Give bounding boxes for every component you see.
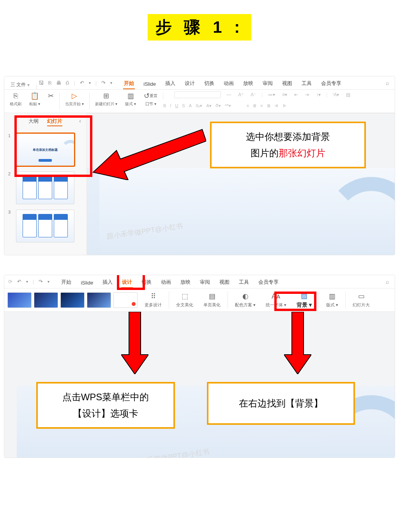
background-button[interactable]: ▨ 背景 ▾ [293, 292, 315, 309]
paste-button[interactable]: 📋 粘贴 ▾ [27, 91, 42, 107]
align-justify-icon[interactable]: ≣ [267, 103, 270, 108]
print-icon[interactable]: 🖶 [56, 80, 61, 86]
format-painter-button[interactable]: ⎘ 格式刷 [7, 91, 24, 107]
undo-chev-icon[interactable]: ▾ [26, 279, 28, 284]
tab-islide[interactable]: iSlide [76, 277, 98, 288]
indent-left-icon[interactable]: ⇤ [293, 91, 300, 98]
tab-view[interactable]: 视图 [277, 78, 297, 89]
callout-find-background: 在右边找到【背景】 [207, 382, 355, 425]
highlight-icon[interactable]: X₂▾ [196, 103, 202, 108]
font-size-select[interactable]: — [225, 91, 233, 98]
template-thumb[interactable] [87, 292, 111, 308]
screenshot-panel-2: ⟳ ↶ ▾ | ↷ ▾ 开始 iSlide 插入 设计 切换 动画 放映 审阅 … [4, 275, 395, 458]
redo-icon[interactable]: ↷ [101, 80, 106, 86]
undo-icon[interactable]: ↶ [17, 279, 21, 285]
bullet-list-icon[interactable]: ≔▾ [267, 91, 277, 98]
tab-review[interactable]: 审阅 [195, 276, 215, 288]
tab-slideshow[interactable]: 放映 [238, 78, 258, 89]
cut-button[interactable]: ✂ [46, 91, 56, 106]
align-text-icon[interactable]: ▤ [344, 91, 352, 98]
tab-member[interactable]: 会员专享 [316, 78, 346, 89]
menubar: 三 文件 ▾ | 🖫 ⎘ 🖶 ⎙ | ↶ ▾ | ↷ ▾ 开始 iSlide 插… [4, 76, 395, 90]
align-right-icon[interactable]: ≡ [260, 103, 263, 108]
aicon[interactable]: ⥀▾ [215, 103, 221, 108]
tab-transition[interactable]: 切换 [200, 78, 219, 89]
layout-button[interactable]: ▥ 版式 ▾ [123, 91, 138, 107]
tab-view[interactable]: 视图 [215, 276, 234, 288]
callout-click-design: 点击WPS菜单栏中的 【设计】选项卡 [36, 382, 175, 429]
redo-icon[interactable]: ↷ [39, 279, 43, 285]
layout-icon: ▥ [127, 91, 134, 101]
align-left-icon[interactable]: ≡ [247, 103, 249, 108]
beautify-page-button[interactable]: ▤ 单页美化 [200, 292, 224, 308]
redo-chevron-icon[interactable]: ▾ [110, 81, 112, 85]
tab-slideshow[interactable]: 放映 [176, 276, 195, 288]
collapse-panel-icon[interactable]: ‹ [79, 118, 81, 124]
undo-icon[interactable]: ↶ [80, 80, 84, 86]
align-center-icon[interactable]: ≣ [253, 103, 256, 108]
search-icon[interactable]: ⌕ [386, 278, 389, 285]
italic-icon[interactable]: I [170, 103, 171, 108]
template-thumb[interactable] [34, 292, 58, 308]
unify-font-button[interactable]: Aᴀ 统一字体 ▾ [263, 292, 290, 308]
preview-icon[interactable]: ⎙ [66, 80, 69, 86]
clearfmt-icon[interactable]: A▾ [206, 103, 211, 108]
strike-icon[interactable]: S [182, 103, 185, 108]
decrease-font-icon[interactable]: A⁻ [249, 91, 258, 98]
line-spacing-icon[interactable]: ↕▾ [314, 91, 322, 98]
slide-thumbnail-1[interactable]: 单击添加文档标题 [16, 133, 74, 166]
color-scheme-button[interactable]: ◐ 配色方案 ▾ [232, 292, 259, 308]
outline-tab[interactable]: 大纲 [28, 118, 39, 126]
tab-design[interactable]: 设计 [117, 276, 137, 288]
font-select[interactable] [174, 91, 221, 98]
redo-chev-icon[interactable]: ▾ [48, 279, 49, 284]
tab-animation[interactable]: 动画 [156, 276, 176, 288]
more-designs-button[interactable]: ⠿ 更多设计 [141, 292, 165, 308]
slide-thumbnail-2[interactable] [16, 171, 74, 204]
play-icon: ▷ [72, 91, 77, 101]
new-slide-icon: ⊞ [103, 91, 109, 101]
tab-review[interactable]: 审阅 [258, 78, 277, 89]
ribbon-second-row: B I U S A X₂▾ A▾ ⥀▾ ᴬᴮ▾ ≡ ≣ ≡ ≣ ⫷ ⫸ [159, 100, 392, 111]
tab-insert[interactable]: 插入 [98, 276, 117, 288]
columns-icon[interactable]: ⫷ [274, 103, 279, 108]
tab-start[interactable]: 开始 [119, 78, 139, 89]
indent-right-icon[interactable]: ⇥ [304, 91, 311, 98]
template-thumb[interactable] [113, 292, 138, 308]
text-direction-icon[interactable]: ᴵA▾ [331, 91, 341, 98]
slide-thumbnail-3[interactable] [16, 210, 74, 242]
tab-tools[interactable]: 工具 [234, 276, 254, 288]
screenshot-panel-1: 三 文件 ▾ | 🖫 ⎘ 🖶 ⎙ | ↶ ▾ | ↷ ▾ 开始 iSlide 插… [4, 76, 395, 255]
font-color-icon[interactable]: A [189, 103, 192, 108]
reset-button[interactable]: ↺ 重置 囗节 ▾ [141, 91, 160, 107]
new-slide-button[interactable]: ⊞ 新建幻灯片 ▾ [93, 91, 120, 107]
slides-tab[interactable]: 幻灯片 [47, 118, 62, 126]
tab-start[interactable]: 开始 [56, 276, 76, 288]
slide-size-button[interactable]: ▭ 幻灯片大 [350, 292, 373, 308]
ab-icon[interactable]: ᴬᴮ▾ [225, 103, 231, 108]
layout2-button[interactable]: ▥ 版式 ▾ [323, 292, 341, 308]
start-from-current-button[interactable]: ▷ 当页开始 ▾ [63, 91, 86, 107]
template-thumb[interactable] [7, 292, 32, 308]
beautify-all-button[interactable]: ⬚ 全文美化 [173, 292, 196, 308]
template-thumb[interactable] [60, 292, 85, 308]
icon[interactable]: ⟳ [8, 279, 12, 285]
open-icon[interactable]: ⎘ [48, 80, 51, 86]
columns2-icon[interactable]: ⫸ [282, 103, 287, 108]
underline-icon[interactable]: U [175, 103, 178, 108]
undo-chevron-icon[interactable]: ▾ [89, 81, 91, 85]
increase-font-icon[interactable]: A⁺ [237, 91, 245, 98]
save-icon[interactable]: 🖫 [39, 80, 44, 86]
file-menu[interactable]: 三 文件 ▾ [8, 80, 32, 89]
tab-islide[interactable]: iSlide [139, 79, 161, 89]
tab-transition[interactable]: 切换 [137, 276, 156, 288]
search-icon[interactable]: ⌕ [386, 80, 389, 86]
template-gallery[interactable] [7, 292, 138, 309]
bold-icon[interactable]: B [163, 103, 166, 108]
tab-design[interactable]: 设计 [180, 78, 200, 89]
tab-member[interactable]: 会员专享 [254, 276, 283, 288]
tab-tools[interactable]: 工具 [297, 78, 316, 89]
tab-animation[interactable]: 动画 [219, 78, 238, 89]
number-list-icon[interactable]: ≡▾ [281, 91, 289, 98]
tab-insert[interactable]: 插入 [161, 78, 180, 89]
